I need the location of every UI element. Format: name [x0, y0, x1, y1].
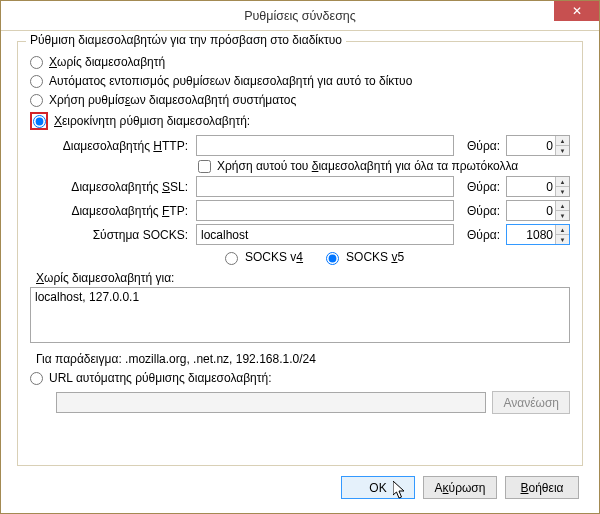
- ssl-proxy-label: Διαμεσολαβητής SSL:: [52, 180, 190, 194]
- radio-auto-detect-label: Αυτόματος εντοπισμός ρυθμίσεων διαμεσολα…: [49, 74, 412, 88]
- ssl-proxy-host-input[interactable]: [196, 176, 454, 197]
- group-legend: Ρύθμιση διαμεσολαβητών για την πρόσβαση …: [26, 33, 346, 47]
- no-proxy-for-label: Χωρίς διαμεσολαβητή για:: [36, 271, 570, 285]
- radio-system-proxy-input[interactable]: [30, 94, 43, 107]
- http-port-spinner[interactable]: ▲▼: [506, 135, 570, 156]
- socks-proxy-label: Σύστημα SOCKS:: [52, 228, 190, 242]
- window-title: Ρυθμίσεις σύνδεσης: [1, 9, 599, 23]
- connection-settings-dialog: Ρυθμίσεις σύνδεσης ✕ Ρύθμιση διαμεσολαβη…: [0, 0, 600, 514]
- radio-auto-detect-input[interactable]: [30, 75, 43, 88]
- socks-v5-radio[interactable]: SOCKS v5: [321, 249, 404, 265]
- ssl-port-spin-buttons[interactable]: ▲▼: [555, 177, 569, 196]
- radio-manual-proxy-label: Χειροκίνητη ρύθμιση διαμεσολαβητή:: [54, 114, 250, 128]
- radio-no-proxy-input[interactable]: [30, 56, 43, 69]
- ftp-port-spin-buttons[interactable]: ▲▼: [555, 201, 569, 220]
- pac-url-row: Ανανέωση: [56, 391, 570, 414]
- radio-system-proxy-label: Χρήση ρυθμίσεων διαμεσολαβητή συστήματος: [49, 93, 296, 107]
- close-button[interactable]: ✕: [554, 1, 599, 21]
- socks-proxy-row: Σύστημα SOCKS: Θύρα: ▲▼: [52, 224, 570, 245]
- share-proxy-checkbox[interactable]: [198, 160, 211, 173]
- socks-v5-label: SOCKS v5: [346, 250, 404, 264]
- ftp-proxy-host-input[interactable]: [196, 200, 454, 221]
- spin-up-icon[interactable]: ▲: [556, 136, 569, 146]
- radio-no-proxy[interactable]: Χωρίς διαμεσολαβητή: [30, 55, 570, 69]
- radio-auto-detect[interactable]: Αυτόματος εντοπισμός ρυθμίσεων διαμεσολα…: [30, 74, 570, 88]
- socks-version-row: SOCKS v4 SOCKS v5: [220, 249, 570, 265]
- radio-manual-proxy[interactable]: Χειροκίνητη ρύθμιση διαμεσολαβητή:: [30, 112, 570, 130]
- ok-button[interactable]: OK: [341, 476, 415, 499]
- radio-pac-url-input[interactable]: [30, 372, 43, 385]
- socks-port-spinner[interactable]: ▲▼: [506, 224, 570, 245]
- http-proxy-host-input[interactable]: [196, 135, 454, 156]
- share-proxy-checkbox-row[interactable]: Χρήση αυτού του διαμεσολαβητή για όλα τα…: [198, 159, 570, 173]
- titlebar: Ρυθμίσεις σύνδεσης ✕: [1, 1, 599, 31]
- ftp-port-input[interactable]: [507, 201, 555, 220]
- ssl-port-input[interactable]: [507, 177, 555, 196]
- dialog-button-row: OK Ακύρωση Βοήθεια: [17, 466, 583, 503]
- http-proxy-row: Διαμεσολαβητής HTTP: Θύρα: ▲▼: [52, 135, 570, 156]
- ftp-port-spinner[interactable]: ▲▼: [506, 200, 570, 221]
- dialog-content: Ρύθμιση διαμεσολαβητών για την πρόσβαση …: [1, 31, 599, 513]
- spin-down-icon[interactable]: ▼: [556, 235, 569, 244]
- no-proxy-example: Για παράδειγμα: .mozilla.org, .net.nz, 1…: [36, 352, 570, 366]
- share-proxy-label: Χρήση αυτού του διαμεσολαβητή για όλα τα…: [217, 159, 518, 173]
- proxy-config-group: Ρύθμιση διαμεσολαβητών για την πρόσβαση …: [17, 41, 583, 466]
- ssl-port-label: Θύρα:: [460, 180, 500, 194]
- socks-port-input[interactable]: [507, 225, 555, 244]
- socks-port-label: Θύρα:: [460, 228, 500, 242]
- ftp-proxy-label: Διαμεσολαβητής FTP:: [52, 204, 190, 218]
- radio-no-proxy-label: Χωρίς διαμεσολαβητή: [49, 55, 165, 69]
- ftp-port-label: Θύρα:: [460, 204, 500, 218]
- socks-v4-radio[interactable]: SOCKS v4: [220, 249, 303, 265]
- http-port-label: Θύρα:: [460, 139, 500, 153]
- radio-pac-url[interactable]: URL αυτόματης ρύθμισης διαμεσολαβητή:: [30, 371, 570, 385]
- spin-up-icon[interactable]: ▲: [556, 225, 569, 235]
- socks-v5-input[interactable]: [326, 252, 339, 265]
- socks-proxy-host-input[interactable]: [196, 224, 454, 245]
- http-port-spin-buttons[interactable]: ▲▼: [555, 136, 569, 155]
- ssl-proxy-row: Διαμεσολαβητής SSL: Θύρα: ▲▼: [52, 176, 570, 197]
- radio-manual-proxy-input[interactable]: [33, 115, 46, 128]
- cancel-button[interactable]: Ακύρωση: [423, 476, 497, 499]
- manual-radio-highlight: [30, 112, 48, 130]
- http-proxy-label: Διαμεσολαβητής HTTP:: [52, 139, 190, 153]
- no-proxy-for-textarea[interactable]: [30, 287, 570, 343]
- socks-v4-input[interactable]: [225, 252, 238, 265]
- ftp-proxy-row: Διαμεσολαβητής FTP: Θύρα: ▲▼: [52, 200, 570, 221]
- reload-button: Ανανέωση: [492, 391, 570, 414]
- radio-system-proxy[interactable]: Χρήση ρυθμίσεων διαμεσολαβητή συστήματος: [30, 93, 570, 107]
- pac-url-input: [56, 392, 486, 413]
- radio-pac-url-label: URL αυτόματης ρύθμισης διαμεσολαβητή:: [49, 371, 272, 385]
- spin-down-icon[interactable]: ▼: [556, 211, 569, 220]
- close-icon: ✕: [572, 5, 582, 17]
- manual-proxy-fields: Διαμεσολαβητής HTTP: Θύρα: ▲▼ Χρήση αυτο…: [52, 135, 570, 265]
- http-port-input[interactable]: [507, 136, 555, 155]
- spin-up-icon[interactable]: ▲: [556, 177, 569, 187]
- socks-v4-label: SOCKS v4: [245, 250, 303, 264]
- socks-port-spin-buttons[interactable]: ▲▼: [555, 225, 569, 244]
- spin-up-icon[interactable]: ▲: [556, 201, 569, 211]
- spin-down-icon[interactable]: ▼: [556, 187, 569, 196]
- spin-down-icon[interactable]: ▼: [556, 146, 569, 155]
- help-button[interactable]: Βοήθεια: [505, 476, 579, 499]
- ssl-port-spinner[interactable]: ▲▼: [506, 176, 570, 197]
